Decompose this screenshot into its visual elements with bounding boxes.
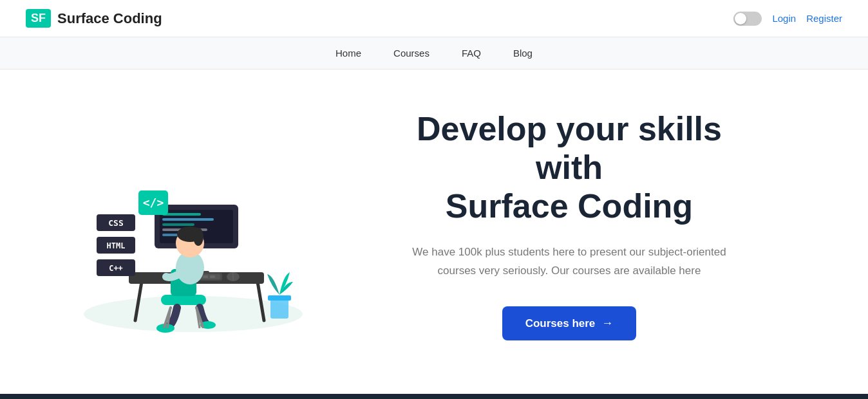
courses-cta-button[interactable]: Courses here → — [502, 306, 637, 340]
nav-item-blog[interactable]: Blog — [513, 48, 533, 59]
svg-point-29 — [193, 228, 203, 246]
svg-text:</>: </> — [143, 196, 164, 209]
svg-rect-10 — [162, 223, 194, 226]
logo-abbr: SF — [26, 9, 51, 28]
nav-item-home[interactable]: Home — [335, 48, 361, 59]
hero-text-block: Develop your skills with Surface Coding … — [370, 110, 769, 340]
svg-rect-37 — [268, 295, 291, 301]
login-link[interactable]: Login — [772, 13, 796, 24]
theme-toggle[interactable] — [733, 12, 762, 26]
hero-subtitle: We have 100k plus students here to prese… — [395, 243, 743, 281]
svg-text:C++: C++ — [109, 264, 123, 273]
courses-cta-label: Courses here — [525, 317, 596, 330]
nav-item-courses[interactable]: Courses — [393, 48, 429, 59]
svg-rect-21 — [210, 275, 215, 278]
svg-rect-20 — [203, 275, 208, 278]
logo-area: SF Surface Coding — [26, 9, 162, 28]
site-header: SF Surface Coding Login Register — [0, 0, 868, 37]
hero-illustration: CSS HTML C++ </> — [64, 108, 322, 342]
svg-text:CSS: CSS — [108, 218, 124, 228]
svg-text:HTML: HTML — [107, 241, 126, 250]
cta-arrow-icon: → — [601, 317, 613, 330]
svg-rect-9 — [162, 218, 214, 221]
svg-rect-24 — [161, 295, 206, 305]
register-link[interactable]: Register — [806, 13, 842, 24]
footer-bar — [0, 394, 868, 399]
svg-rect-36 — [270, 298, 288, 319]
header-right: Login Register — [733, 12, 842, 26]
hero-title: Develop your skills with Surface Coding — [395, 110, 743, 225]
nav-item-faq[interactable]: FAQ — [462, 48, 481, 59]
hero-section: CSS HTML C++ </> Develop your skills wit… — [0, 70, 868, 381]
svg-rect-8 — [162, 213, 201, 216]
main-nav: Home Courses FAQ Blog — [0, 37, 868, 70]
logo-text: Surface Coding — [57, 10, 162, 27]
